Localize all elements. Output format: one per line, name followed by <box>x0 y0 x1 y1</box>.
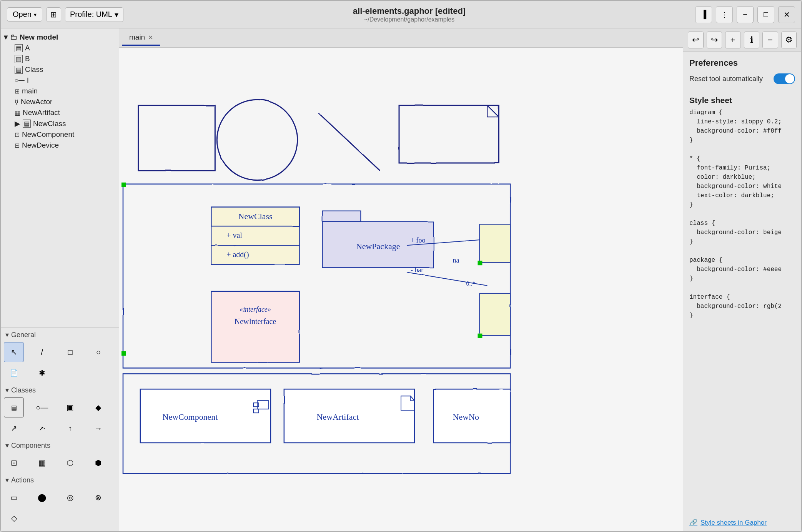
tree-label-main: main <box>22 87 38 95</box>
diagram-icon-main: ⊞ <box>15 88 20 95</box>
settings-button[interactable]: ⚙ <box>781 32 797 48</box>
decision-tool[interactable]: ◇ <box>4 508 24 528</box>
style-code[interactable]: diagram { line-style: sloppy 0.2; backgr… <box>683 108 801 514</box>
add-icon: + <box>730 35 735 45</box>
artifact-tool[interactable]: ▦ <box>32 453 52 473</box>
svg-text:NewPackage: NewPackage <box>356 241 400 251</box>
tree-label-newartifact: NewArtifact <box>23 108 60 117</box>
reset-tool-toggle[interactable] <box>774 73 795 84</box>
tab-close-icon[interactable]: ✕ <box>148 34 153 41</box>
classes-label: Classes <box>11 386 36 394</box>
close-button[interactable]: ✕ <box>778 6 795 23</box>
svg-text:- bar: - bar <box>411 266 423 274</box>
realization-tool[interactable]: ↗· <box>32 418 52 438</box>
tree-item-main[interactable]: ⊞ main <box>1 86 119 96</box>
style-sheets-link[interactable]: 🔗 Style sheets in Gaphor <box>683 514 801 531</box>
generalization-tool[interactable]: ↗ <box>4 418 24 438</box>
profile-dropdown-arrow: ▾ <box>115 10 118 19</box>
tree-item-newartifact[interactable]: ▦ NewArtifact <box>1 107 119 118</box>
tab-main[interactable]: main ✕ <box>122 30 160 46</box>
component-tool[interactable]: ⊡ <box>4 453 24 473</box>
info-button[interactable]: ℹ <box>744 32 760 48</box>
minimize-button[interactable]: − <box>737 6 754 23</box>
maximize-button[interactable]: □ <box>757 6 774 23</box>
dotline-tool[interactable]: ✱ <box>32 363 52 383</box>
tree-label-I: I <box>27 76 29 85</box>
tree-item-newclass[interactable]: ▶ ▤ NewClass <box>1 118 119 129</box>
add-button[interactable]: + <box>725 32 741 48</box>
svg-rect-24 <box>478 261 482 265</box>
profile-button[interactable]: Profile: UML ▾ <box>65 7 123 22</box>
tree-root[interactable]: ▾ 🗀 New model <box>1 32 119 43</box>
ellipse-tool[interactable]: ○ <box>88 342 108 362</box>
tree-item-B[interactable]: ▤ B <box>1 53 119 64</box>
note-tool[interactable]: 📄 <box>4 363 24 383</box>
svg-text:na: na <box>453 256 459 264</box>
svg-text:+ foo: + foo <box>411 236 426 244</box>
svg-text:0..*: 0..* <box>466 280 476 287</box>
initial-tool[interactable]: ⬤ <box>32 487 52 507</box>
undo-button[interactable]: ↩ <box>688 32 704 48</box>
artifact-icon: ▦ <box>15 109 20 116</box>
tree-item-I[interactable]: ○— I <box>1 75 119 86</box>
line-tool[interactable]: / <box>32 342 52 362</box>
package-tool[interactable]: ▣ <box>60 397 80 417</box>
tree-label-A: A <box>25 44 30 52</box>
window-title: all-elements.gaphor [edited] <box>128 6 691 16</box>
flow-final-tool[interactable]: ⊗ <box>88 487 108 507</box>
minus-button[interactable]: − <box>762 32 778 48</box>
settings-icon: ⚙ <box>785 35 793 45</box>
components-tools: ⊡ ▦ ⬡ ⬢ <box>1 451 119 474</box>
directed-assoc-tool[interactable]: → <box>88 418 108 438</box>
svg-text:NewArtifact: NewArtifact <box>317 412 359 422</box>
action-tool[interactable]: ▭ <box>4 487 24 507</box>
reset-tool-row: Reset tool automatically <box>689 73 795 84</box>
actions-label: Actions <box>11 476 34 484</box>
tree-label-B: B <box>25 55 30 63</box>
tree-label-newdevice: NewDevice <box>22 141 59 150</box>
interface-icon-I: ○— <box>15 77 25 84</box>
node-tool[interactable]: ⬡ <box>60 453 80 473</box>
layout-button[interactable]: ⊞ <box>46 7 61 22</box>
sidebar-icon: ▐ <box>701 10 706 19</box>
svg-rect-26 <box>478 334 482 338</box>
actions-section-header[interactable]: ▾ Actions <box>1 474 119 486</box>
window-subtitle: ~/Development/gaphor/examples <box>128 16 691 23</box>
canvas-area: main ✕ <box>119 28 683 531</box>
association-up-tool[interactable]: ↑ <box>60 418 80 438</box>
general-expand-icon: ▾ <box>5 331 9 339</box>
tree-item-newcomponent[interactable]: ⊡ NewComponent <box>1 129 119 140</box>
open-button[interactable]: Open ▾ <box>7 7 42 22</box>
tree-item-A[interactable]: ▤ A <box>1 43 119 53</box>
minimize-icon: − <box>743 10 747 19</box>
titlebar: Open ▾ ⊞ Profile: UML ▾ all-elements.gap… <box>1 1 801 28</box>
style-sheet-label: Style sheet <box>683 96 801 108</box>
classes-section-header[interactable]: ▾ Classes <box>1 384 119 396</box>
actions-tools: ▭ ⬤ ◎ ⊗ ◇ <box>1 486 119 530</box>
dependency-tool[interactable]: ◆ <box>88 397 108 417</box>
tree-item-class[interactable]: ▤ Class <box>1 64 119 75</box>
sidebar-toggle-button[interactable]: ▐ <box>695 6 712 23</box>
classes-expand-icon: ▾ <box>5 386 9 394</box>
interface-circle-tool[interactable]: ○— <box>32 397 52 417</box>
model-tree: ▾ 🗀 New model ▤ A ▤ B ▤ Class <box>1 28 119 327</box>
class-tool[interactable]: ▤ <box>4 397 24 417</box>
device-icon: ⊟ <box>15 142 20 149</box>
app-window: Open ▾ ⊞ Profile: UML ▾ all-elements.gap… <box>0 0 802 532</box>
general-tools: ↖ / □ ○ 📄 ✱ <box>1 341 119 384</box>
svg-rect-5 <box>121 351 126 356</box>
final-tool[interactable]: ◎ <box>60 487 80 507</box>
device-tool[interactable]: ⬢ <box>88 453 108 473</box>
class-icon-A: ▤ <box>15 44 23 52</box>
redo-button[interactable]: ↪ <box>707 32 722 48</box>
close-icon: ✕ <box>784 10 790 19</box>
menu-button[interactable]: ⋮ <box>716 6 733 23</box>
components-section-header[interactable]: ▾ Components <box>1 440 119 451</box>
rect-tool[interactable]: □ <box>60 342 80 362</box>
pointer-tool[interactable]: ↖ <box>4 342 24 362</box>
newclass-expand: ▶ <box>15 119 20 128</box>
tree-item-newdevice[interactable]: ⊟ NewDevice <box>1 140 119 151</box>
canvas-scroll[interactable]: NewClass + val + add() NewPackage + foo … <box>119 48 683 531</box>
tree-item-newactor[interactable]: ☿ NewActor <box>1 96 119 107</box>
general-section-header[interactable]: ▾ General <box>1 329 119 341</box>
